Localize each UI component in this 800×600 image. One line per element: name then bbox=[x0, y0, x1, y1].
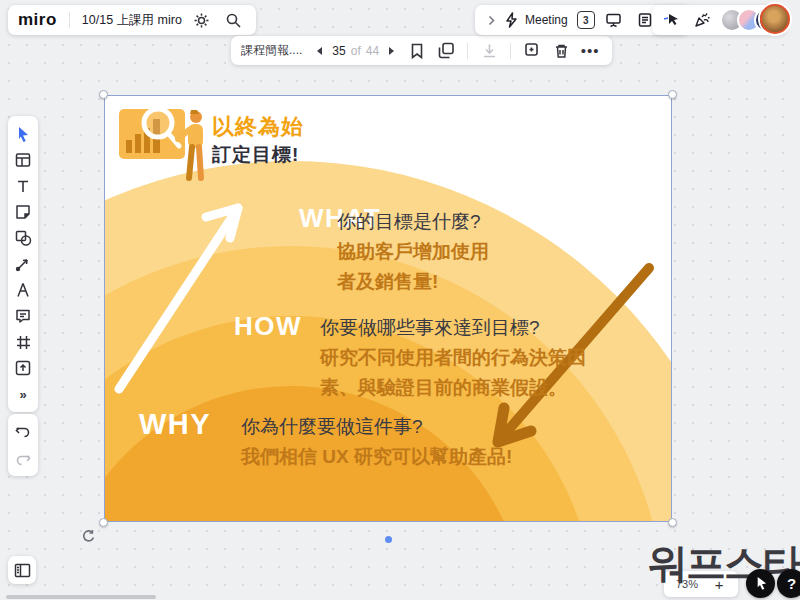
answer-why-line1: 我們相信 UX 研究可以幫助產品! bbox=[241, 442, 512, 472]
divider bbox=[467, 43, 468, 59]
zoom-level[interactable]: 73% bbox=[676, 578, 698, 590]
app-header: miro 10/15 上課用 miro bbox=[8, 5, 256, 35]
side-panel-icon bbox=[14, 563, 31, 578]
settings-button[interactable] bbox=[190, 8, 214, 32]
timer-button[interactable]: 3 bbox=[577, 11, 595, 29]
gear-icon bbox=[193, 12, 210, 29]
shapes-icon bbox=[15, 230, 32, 246]
redo-icon bbox=[15, 453, 31, 466]
section-why-text: 你為什麼要做這件事? 我們相信 UX 研究可以幫助產品! bbox=[241, 412, 512, 472]
answer-what-line1: 協助客戶增加使用 bbox=[337, 237, 489, 267]
keyword-why: WHY bbox=[139, 408, 211, 441]
answer-what-line2: 者及銷售量! bbox=[337, 267, 489, 297]
question-mark-icon: ? bbox=[787, 575, 796, 592]
tool-frame[interactable] bbox=[10, 330, 36, 354]
duplicate-button[interactable] bbox=[520, 39, 544, 63]
tool-connector[interactable] bbox=[10, 252, 36, 276]
tool-templates[interactable] bbox=[10, 148, 36, 172]
rotate-handle[interactable] bbox=[82, 529, 96, 543]
up-arrow-graphic bbox=[105, 196, 255, 406]
arrow-right-icon bbox=[388, 46, 396, 56]
cursor-icon bbox=[15, 126, 31, 143]
slide-canvas[interactable]: 以終為始 訂定目標! WHAT 你的目標是什麼? 協助客戶增加使用 者及銷售量!… bbox=[104, 95, 672, 522]
collapse-meeting-button[interactable] bbox=[484, 8, 498, 32]
text-icon bbox=[16, 179, 30, 194]
present-button[interactable] bbox=[602, 8, 626, 32]
frame-icon bbox=[16, 335, 31, 350]
pages-icon bbox=[438, 42, 455, 59]
comment-icon bbox=[15, 308, 31, 324]
more-options-button[interactable]: ••• bbox=[578, 39, 602, 63]
keyword-how: HOW bbox=[234, 311, 302, 342]
board-title[interactable]: 10/15 上課用 miro bbox=[82, 12, 182, 29]
tool-comment[interactable] bbox=[10, 304, 36, 328]
pen-icon bbox=[16, 282, 30, 298]
next-frame-button[interactable] bbox=[384, 39, 400, 63]
download-button[interactable] bbox=[477, 39, 501, 63]
double-chevron-right-icon: » bbox=[19, 387, 26, 402]
prev-frame-button[interactable] bbox=[311, 39, 327, 63]
bookmark-button[interactable] bbox=[405, 39, 429, 63]
ellipsis-icon: ••• bbox=[581, 42, 600, 59]
miro-logo[interactable]: miro bbox=[18, 10, 57, 30]
resize-handle-bottom-left[interactable] bbox=[99, 518, 108, 527]
own-avatar[interactable] bbox=[760, 4, 790, 34]
selected-frame[interactable]: 以終為始 訂定目標! WHAT 你的目標是什麼? 協助客戶增加使用 者及銷售量!… bbox=[104, 95, 672, 522]
tool-more[interactable]: » bbox=[10, 382, 36, 406]
section-what-text: 你的目標是什麼? 協助客戶增加使用 者及銷售量! bbox=[337, 207, 489, 297]
total-pages: 44 bbox=[366, 44, 379, 58]
question-how: 你要做哪些事來達到目標? bbox=[320, 313, 586, 343]
help-button[interactable]: ? bbox=[777, 569, 800, 598]
arrow-left-icon bbox=[315, 46, 323, 56]
tool-text[interactable] bbox=[10, 174, 36, 198]
reactions-button[interactable] bbox=[690, 8, 714, 32]
sticky-note-icon bbox=[15, 204, 31, 220]
tool-upload[interactable] bbox=[10, 356, 36, 380]
resize-handle-bottom-right[interactable] bbox=[668, 518, 677, 527]
chevron-right-icon bbox=[488, 15, 495, 26]
delete-button[interactable] bbox=[549, 39, 573, 63]
zoom-controls: 73% + bbox=[664, 571, 738, 597]
templates-icon bbox=[15, 152, 31, 168]
question-what: 你的目標是什麼? bbox=[337, 207, 489, 237]
frame-context-dot[interactable] bbox=[385, 536, 392, 543]
search-button[interactable] bbox=[222, 8, 246, 32]
answer-how-line2: 素、與驗證目前的商業假設。 bbox=[320, 373, 586, 403]
resize-handle-top-right[interactable] bbox=[668, 90, 677, 99]
meeting-label[interactable]: Meeting bbox=[525, 13, 568, 27]
lightning-icon bbox=[505, 12, 518, 28]
presentation-icon bbox=[605, 12, 622, 28]
frame-toolbar: 課程簡報.... 35 of 44 bbox=[231, 36, 612, 65]
search-icon bbox=[225, 12, 242, 29]
laser-pointer-button[interactable] bbox=[660, 8, 684, 32]
page-of-label: of bbox=[351, 44, 361, 58]
divider bbox=[510, 43, 511, 59]
trash-icon bbox=[554, 43, 569, 59]
question-why: 你為什麼要做這件事? bbox=[241, 412, 512, 442]
copy-frames-button[interactable] bbox=[434, 39, 458, 63]
divider bbox=[69, 12, 70, 28]
connector-icon bbox=[15, 256, 31, 272]
laser-pointer-icon bbox=[663, 12, 681, 28]
scrollbar-horizontal[interactable] bbox=[6, 595, 156, 599]
undo-button[interactable] bbox=[11, 419, 35, 443]
download-icon bbox=[482, 43, 497, 59]
tool-shapes[interactable] bbox=[10, 226, 36, 250]
slide-subtitle: 訂定目標! bbox=[212, 142, 299, 168]
current-page: 35 bbox=[332, 44, 345, 58]
redo-button[interactable] bbox=[11, 447, 35, 471]
celebrate-icon bbox=[694, 12, 711, 28]
tool-pen[interactable] bbox=[10, 278, 36, 302]
slide-title: 以終為始 bbox=[212, 112, 304, 142]
undo-icon bbox=[15, 425, 31, 438]
zoom-in-button[interactable]: + bbox=[712, 576, 726, 593]
frames-panel-toggle[interactable] bbox=[8, 556, 36, 584]
duplicate-icon bbox=[524, 42, 541, 59]
pointer-button[interactable] bbox=[746, 569, 775, 598]
tool-select[interactable] bbox=[10, 122, 36, 146]
resize-handle-top-left[interactable] bbox=[99, 90, 108, 99]
notes-icon bbox=[637, 12, 653, 28]
research-illustration bbox=[117, 102, 217, 184]
frame-name[interactable]: 課程簡報.... bbox=[241, 42, 302, 59]
tool-sticky-note[interactable] bbox=[10, 200, 36, 224]
